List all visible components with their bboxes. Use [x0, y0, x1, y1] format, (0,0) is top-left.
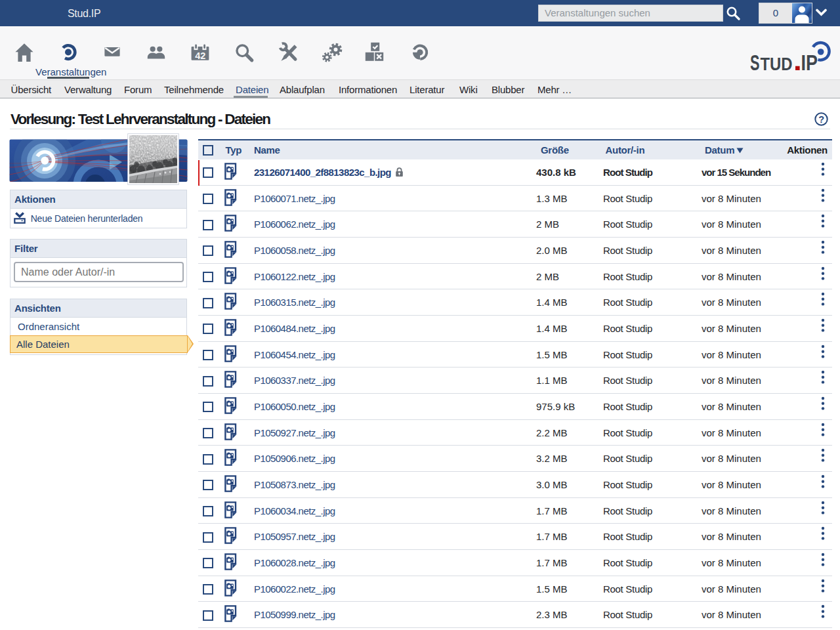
svg-text:IP: IP — [801, 50, 818, 74]
svg-text:TUD: TUD — [761, 54, 793, 74]
svg-text:42: 42 — [195, 51, 205, 61]
svg-text:?: ? — [818, 114, 824, 125]
svg-text:S: S — [750, 50, 760, 74]
